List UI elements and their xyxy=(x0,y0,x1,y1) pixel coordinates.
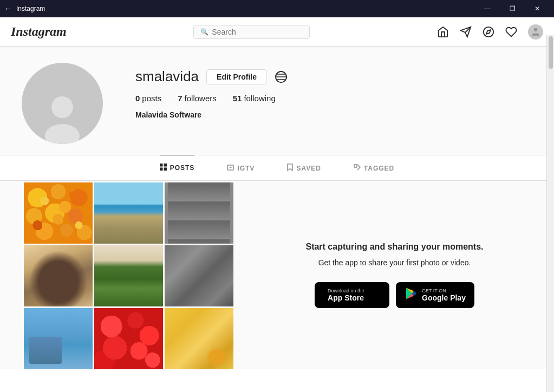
following-label: following xyxy=(244,94,275,103)
settings-icon-button[interactable] xyxy=(275,70,288,83)
saved-tab-icon xyxy=(287,164,293,173)
svg-marker-3 xyxy=(486,30,491,34)
svg-rect-16 xyxy=(354,165,357,167)
photo-cell-coast[interactable] xyxy=(94,182,163,244)
google-play-main-text: Google Play xyxy=(422,293,466,302)
photo-cell-flowers[interactable] xyxy=(94,308,163,369)
followers-stat[interactable]: 7 followers xyxy=(178,94,217,103)
profile-username: smalavida xyxy=(135,68,199,85)
app-subtitle: Get the app to share your first photo or… xyxy=(318,258,471,267)
posts-label: posts xyxy=(142,94,161,103)
app-title: Instagram xyxy=(16,5,45,12)
photo-cell-sky[interactable] xyxy=(24,308,93,369)
avatar-placeholder xyxy=(22,63,103,144)
svg-point-2 xyxy=(484,27,493,36)
search-input[interactable] xyxy=(212,28,303,36)
following-count: 51 xyxy=(233,94,242,103)
photo-grid xyxy=(0,181,235,369)
photo-cell-baby[interactable] xyxy=(165,245,233,306)
explore-icon[interactable] xyxy=(483,26,494,38)
profile-info: smalavida Edit Profile 0 posts xyxy=(135,63,532,119)
window-controls: — ❐ ✕ xyxy=(475,0,550,17)
close-button[interactable]: ✕ xyxy=(525,0,550,17)
profile-username-row: smalavida Edit Profile xyxy=(135,68,532,85)
saved-tab-label: SAVED xyxy=(296,165,321,172)
edit-profile-button[interactable]: Edit Profile xyxy=(206,69,267,84)
app-tagline: Start capturing and sharing your moments… xyxy=(305,242,483,252)
tab-tagged[interactable]: TAGGED xyxy=(354,155,394,180)
photo-cell-photostrip[interactable] xyxy=(165,182,233,244)
following-stat[interactable]: 51 following xyxy=(233,94,276,103)
main-container: Instagram 🔍 xyxy=(0,17,554,369)
title-bar-left: ← Instagram xyxy=(4,4,45,13)
search-icon: 🔍 xyxy=(200,28,208,36)
tab-posts[interactable]: POSTS xyxy=(160,155,195,180)
photo-cell-cat[interactable] xyxy=(165,308,233,369)
profile-stats: 0 posts 7 followers 51 following xyxy=(135,94,532,103)
posts-tab-icon xyxy=(160,164,167,172)
igtv-tab-icon xyxy=(227,164,234,173)
svg-rect-13 xyxy=(164,168,167,171)
send-icon[interactable] xyxy=(460,26,472,38)
posts-stat: 0 posts xyxy=(135,94,161,103)
scrollbar[interactable] xyxy=(546,35,554,392)
search-bar[interactable]: 🔍 xyxy=(193,25,310,39)
scrollbar-thumb[interactable] xyxy=(549,36,553,69)
profile-tabs: POSTS IGTV SAVED TAGGED xyxy=(0,155,554,180)
app-buttons: Download on the App Store GE xyxy=(315,282,474,308)
tagged-tab-label: TAGGED xyxy=(364,165,394,172)
svg-rect-12 xyxy=(160,168,163,171)
content-area: Start capturing and sharing your moments… xyxy=(0,181,554,369)
title-bar: ← Instagram — ❐ ✕ xyxy=(0,0,554,17)
igtv-tab-label: IGTV xyxy=(237,165,255,172)
instagram-logo: Instagram xyxy=(11,24,67,39)
svg-rect-11 xyxy=(164,164,167,167)
svg-point-4 xyxy=(534,28,538,31)
svg-rect-10 xyxy=(160,164,163,167)
followers-count: 7 xyxy=(178,94,182,103)
tab-saved[interactable]: SAVED xyxy=(287,155,321,180)
maximize-button[interactable]: ❐ xyxy=(500,0,525,17)
minimize-button[interactable]: — xyxy=(475,0,500,17)
app-store-top-text: Download on the xyxy=(328,288,364,293)
posts-count: 0 xyxy=(135,94,140,103)
google-play-icon xyxy=(405,286,418,304)
app-store-text: Download on the App Store xyxy=(328,288,364,302)
google-play-top-text: GET IT ON xyxy=(422,288,466,293)
google-play-text: GET IT ON Google Play xyxy=(422,288,466,302)
photo-cell-oranges[interactable] xyxy=(24,182,93,244)
profile-avatar-nav[interactable] xyxy=(528,24,543,40)
svg-point-6 xyxy=(51,96,73,118)
profile-display-name: Malavida Software xyxy=(135,110,532,119)
followers-label: followers xyxy=(185,94,217,103)
app-store-main-text: App Store xyxy=(328,293,364,302)
heart-icon[interactable] xyxy=(505,26,517,38)
back-button[interactable]: ← xyxy=(4,4,12,13)
tagged-tab-icon xyxy=(354,164,361,173)
svg-marker-15 xyxy=(230,166,232,168)
app-store-button[interactable]: Download on the App Store xyxy=(315,282,389,308)
profile-area: smalavida Edit Profile 0 posts xyxy=(0,47,554,155)
google-play-button[interactable]: GET IT ON Google Play xyxy=(396,282,474,308)
nav-icons xyxy=(437,24,543,40)
profile-avatar xyxy=(22,63,103,144)
posts-tab-label: POSTS xyxy=(170,164,195,172)
photo-cell-cactus[interactable] xyxy=(94,245,163,306)
home-icon[interactable] xyxy=(437,26,449,38)
top-nav: Instagram 🔍 xyxy=(0,17,554,47)
photo-cell-dog[interactable] xyxy=(24,245,93,306)
tab-igtv[interactable]: IGTV xyxy=(227,155,255,180)
app-section: Start capturing and sharing your moments… xyxy=(235,181,554,369)
